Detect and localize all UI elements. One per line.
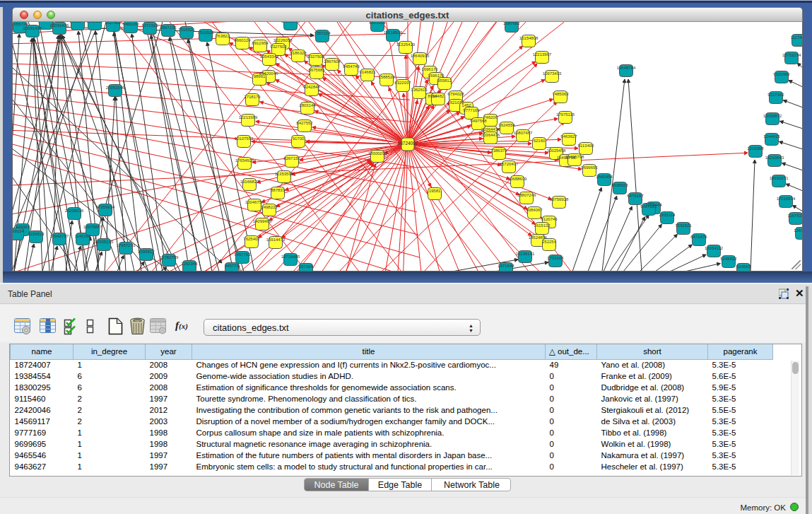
svg-text:10973493: 10973493 [543, 71, 562, 76]
svg-text:10975867: 10975867 [83, 225, 102, 229]
svg-text:1215958: 1215958 [747, 146, 764, 151]
svg-text:16648784: 16648784 [617, 66, 636, 70]
svg-text:9427551: 9427551 [640, 204, 657, 209]
svg-text:17359914: 17359914 [96, 205, 115, 209]
svg-text:16154808: 16154808 [519, 36, 539, 40]
svg-text:12213967: 12213967 [533, 52, 552, 57]
svg-text:7632621: 7632621 [675, 223, 692, 228]
svg-text:10107553: 10107553 [235, 136, 254, 141]
svg-text:3624554: 3624554 [498, 123, 515, 127]
svg-text:8471676: 8471676 [690, 235, 707, 239]
svg-text:1527602: 1527602 [105, 22, 122, 25]
svg-text:20364436: 20364436 [481, 127, 500, 132]
svg-text:9777169: 9777169 [463, 108, 480, 112]
svg-text:252254: 252254 [542, 240, 557, 244]
svg-text:10025458: 10025458 [547, 148, 566, 153]
svg-text:1971648: 1971648 [498, 264, 514, 268]
svg-text:9227342: 9227342 [767, 93, 784, 97]
svg-text:17975115: 17975115 [556, 112, 575, 117]
svg-text:1065528: 1065528 [86, 22, 103, 23]
svg-text:8813054: 8813054 [369, 22, 386, 25]
svg-text:16495798: 16495798 [565, 155, 584, 159]
svg-text:1696176: 1696176 [421, 67, 438, 71]
svg-text:20091406: 20091406 [50, 23, 69, 28]
svg-text:10688609: 10688609 [508, 177, 527, 181]
svg-text:9245652: 9245652 [720, 257, 737, 261]
svg-text:1117453: 1117453 [791, 35, 803, 40]
svg-text:1267533: 1267533 [794, 228, 803, 233]
svg-text:945779: 945779 [225, 264, 240, 268]
svg-text:1063174: 1063174 [69, 22, 86, 23]
svg-text:20053346: 20053346 [106, 86, 125, 90]
svg-text:2867608: 2867608 [324, 59, 341, 64]
svg-text:1733426: 1733426 [547, 256, 564, 260]
svg-text:17957273: 17957273 [117, 243, 136, 247]
svg-text:20364436: 20364436 [481, 133, 500, 137]
svg-text:12213389: 12213389 [239, 115, 258, 119]
svg-text:7515526: 7515526 [197, 30, 214, 35]
svg-text:9242848: 9242848 [303, 85, 320, 89]
svg-text:6466160: 6466160 [122, 22, 139, 26]
svg-text:1071915: 1071915 [141, 23, 158, 28]
svg-text:955812: 955812 [437, 78, 452, 83]
svg-text:16210643: 16210643 [765, 156, 784, 160]
svg-text:8660124: 8660124 [234, 38, 251, 42]
svg-text:2803144: 2803144 [299, 103, 316, 107]
svg-text:91700: 91700 [293, 136, 305, 141]
svg-text:1362615: 1362615 [411, 88, 428, 92]
svg-text:98961: 98961 [254, 74, 266, 78]
svg-text:15751074: 15751074 [782, 53, 801, 57]
svg-text:8427552: 8427552 [296, 121, 313, 125]
svg-text:7485063: 7485063 [552, 92, 569, 96]
svg-text:9146821: 9146821 [359, 70, 376, 74]
svg-text:7386372: 7386372 [490, 148, 507, 153]
svg-text:1452: 1452 [461, 103, 471, 107]
svg-text:19716485: 19716485 [281, 255, 300, 259]
svg-text:13226058: 13226058 [273, 38, 293, 42]
svg-text:8186328: 8186328 [290, 51, 307, 55]
svg-text:19581: 19581 [429, 189, 441, 193]
svg-text:1292346: 1292346 [181, 262, 198, 266]
svg-text:14099489: 14099489 [253, 219, 272, 223]
svg-text:9329966: 9329966 [773, 72, 790, 76]
svg-text:19166827: 19166827 [240, 180, 259, 184]
svg-text:16782759: 16782759 [160, 255, 179, 259]
svg-text:20206516: 20206516 [65, 209, 84, 213]
svg-text:18807249: 18807249 [517, 193, 536, 197]
svg-text:17016504: 17016504 [777, 197, 796, 201]
svg-text:12505135: 12505135 [95, 240, 114, 244]
svg-text:11353594: 11353594 [275, 172, 294, 176]
svg-text:9327505: 9327505 [307, 54, 324, 59]
svg-text:20091406: 20091406 [23, 26, 42, 30]
svg-text:8912954: 8912954 [252, 41, 269, 45]
svg-text:62160: 62160 [534, 139, 546, 143]
svg-text:19218506: 19218506 [384, 30, 403, 35]
svg-text:8267150: 8267150 [283, 156, 300, 160]
svg-text:3498222: 3498222 [261, 205, 278, 209]
svg-text:12093872: 12093872 [763, 114, 782, 118]
svg-text:8454749: 8454749 [343, 64, 360, 69]
svg-text:7515526: 7515526 [178, 28, 195, 32]
svg-text:16914479: 16914479 [266, 238, 286, 242]
svg-text:18300295: 18300295 [368, 151, 387, 156]
svg-text:887833: 887833 [271, 188, 286, 192]
svg-text:9463627: 9463627 [560, 134, 577, 139]
svg-text:10807487: 10807487 [514, 131, 533, 135]
svg-text:14482: 14482 [433, 94, 445, 98]
svg-text:6794028: 6794028 [447, 92, 464, 96]
svg-text:15136141: 15136141 [516, 252, 535, 256]
svg-text:1615132: 1615132 [534, 223, 551, 228]
svg-text:17654925: 17654925 [235, 158, 254, 163]
svg-text:6479197: 6479197 [627, 194, 644, 198]
svg-text:16033809: 16033809 [281, 22, 300, 23]
svg-text:8938923: 8938923 [611, 183, 628, 187]
svg-text:15692971: 15692971 [770, 176, 789, 180]
svg-text:9084067: 9084067 [526, 208, 543, 212]
svg-text:10654112: 10654112 [705, 246, 724, 250]
svg-text:1667135: 1667135 [160, 25, 177, 30]
svg-text:11325419: 11325419 [396, 42, 416, 47]
svg-text:2718176: 2718176 [244, 95, 261, 99]
svg-text:1588520: 1588520 [378, 75, 395, 79]
svg-text:19756928: 19756928 [550, 197, 569, 201]
svg-text:763822: 763822 [216, 34, 230, 38]
